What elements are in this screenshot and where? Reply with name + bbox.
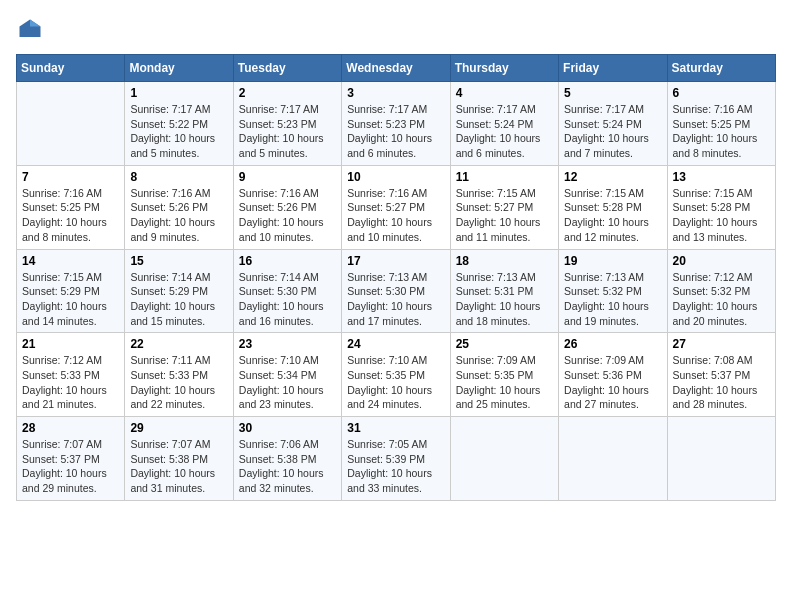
weekday-header-wednesday: Wednesday <box>342 55 450 82</box>
calendar-cell: 18Sunrise: 7:13 AMSunset: 5:31 PMDayligh… <box>450 249 558 333</box>
calendar-cell <box>667 417 775 501</box>
calendar-cell: 16Sunrise: 7:14 AMSunset: 5:30 PMDayligh… <box>233 249 341 333</box>
day-info: Sunrise: 7:15 AMSunset: 5:28 PMDaylight:… <box>564 186 661 245</box>
day-number: 27 <box>673 337 770 351</box>
weekday-header-friday: Friday <box>559 55 667 82</box>
day-number: 10 <box>347 170 444 184</box>
calendar-cell: 20Sunrise: 7:12 AMSunset: 5:32 PMDayligh… <box>667 249 775 333</box>
day-number: 21 <box>22 337 119 351</box>
day-number: 20 <box>673 254 770 268</box>
day-number: 25 <box>456 337 553 351</box>
day-number: 1 <box>130 86 227 100</box>
day-number: 8 <box>130 170 227 184</box>
logo-icon <box>16 16 44 44</box>
weekday-header-thursday: Thursday <box>450 55 558 82</box>
day-number: 24 <box>347 337 444 351</box>
day-number: 11 <box>456 170 553 184</box>
day-number: 29 <box>130 421 227 435</box>
day-number: 30 <box>239 421 336 435</box>
calendar-cell: 8Sunrise: 7:16 AMSunset: 5:26 PMDaylight… <box>125 165 233 249</box>
day-number: 4 <box>456 86 553 100</box>
day-number: 7 <box>22 170 119 184</box>
day-info: Sunrise: 7:17 AMSunset: 5:23 PMDaylight:… <box>347 102 444 161</box>
day-number: 18 <box>456 254 553 268</box>
weekday-header-tuesday: Tuesday <box>233 55 341 82</box>
calendar-cell: 24Sunrise: 7:10 AMSunset: 5:35 PMDayligh… <box>342 333 450 417</box>
day-info: Sunrise: 7:15 AMSunset: 5:27 PMDaylight:… <box>456 186 553 245</box>
day-info: Sunrise: 7:17 AMSunset: 5:24 PMDaylight:… <box>456 102 553 161</box>
day-info: Sunrise: 7:13 AMSunset: 5:32 PMDaylight:… <box>564 270 661 329</box>
calendar-cell: 9Sunrise: 7:16 AMSunset: 5:26 PMDaylight… <box>233 165 341 249</box>
calendar-cell: 1Sunrise: 7:17 AMSunset: 5:22 PMDaylight… <box>125 82 233 166</box>
day-number: 31 <box>347 421 444 435</box>
day-info: Sunrise: 7:15 AMSunset: 5:28 PMDaylight:… <box>673 186 770 245</box>
calendar-cell: 10Sunrise: 7:16 AMSunset: 5:27 PMDayligh… <box>342 165 450 249</box>
calendar-cell: 30Sunrise: 7:06 AMSunset: 5:38 PMDayligh… <box>233 417 341 501</box>
calendar-cell: 27Sunrise: 7:08 AMSunset: 5:37 PMDayligh… <box>667 333 775 417</box>
day-info: Sunrise: 7:13 AMSunset: 5:31 PMDaylight:… <box>456 270 553 329</box>
day-info: Sunrise: 7:17 AMSunset: 5:22 PMDaylight:… <box>130 102 227 161</box>
day-number: 5 <box>564 86 661 100</box>
day-number: 22 <box>130 337 227 351</box>
calendar-cell: 6Sunrise: 7:16 AMSunset: 5:25 PMDaylight… <box>667 82 775 166</box>
calendar-cell: 4Sunrise: 7:17 AMSunset: 5:24 PMDaylight… <box>450 82 558 166</box>
day-info: Sunrise: 7:10 AMSunset: 5:34 PMDaylight:… <box>239 353 336 412</box>
calendar-cell: 28Sunrise: 7:07 AMSunset: 5:37 PMDayligh… <box>17 417 125 501</box>
day-number: 6 <box>673 86 770 100</box>
day-info: Sunrise: 7:08 AMSunset: 5:37 PMDaylight:… <box>673 353 770 412</box>
day-info: Sunrise: 7:15 AMSunset: 5:29 PMDaylight:… <box>22 270 119 329</box>
day-info: Sunrise: 7:07 AMSunset: 5:38 PMDaylight:… <box>130 437 227 496</box>
calendar-cell: 3Sunrise: 7:17 AMSunset: 5:23 PMDaylight… <box>342 82 450 166</box>
calendar-cell: 23Sunrise: 7:10 AMSunset: 5:34 PMDayligh… <box>233 333 341 417</box>
calendar-cell: 17Sunrise: 7:13 AMSunset: 5:30 PMDayligh… <box>342 249 450 333</box>
day-number: 19 <box>564 254 661 268</box>
calendar-cell: 25Sunrise: 7:09 AMSunset: 5:35 PMDayligh… <box>450 333 558 417</box>
calendar-cell: 15Sunrise: 7:14 AMSunset: 5:29 PMDayligh… <box>125 249 233 333</box>
day-info: Sunrise: 7:05 AMSunset: 5:39 PMDaylight:… <box>347 437 444 496</box>
day-info: Sunrise: 7:14 AMSunset: 5:29 PMDaylight:… <box>130 270 227 329</box>
day-info: Sunrise: 7:11 AMSunset: 5:33 PMDaylight:… <box>130 353 227 412</box>
day-info: Sunrise: 7:09 AMSunset: 5:35 PMDaylight:… <box>456 353 553 412</box>
day-number: 17 <box>347 254 444 268</box>
day-number: 3 <box>347 86 444 100</box>
day-info: Sunrise: 7:16 AMSunset: 5:26 PMDaylight:… <box>239 186 336 245</box>
calendar-cell <box>17 82 125 166</box>
day-info: Sunrise: 7:10 AMSunset: 5:35 PMDaylight:… <box>347 353 444 412</box>
day-info: Sunrise: 7:12 AMSunset: 5:33 PMDaylight:… <box>22 353 119 412</box>
calendar-week-row: 28Sunrise: 7:07 AMSunset: 5:37 PMDayligh… <box>17 417 776 501</box>
calendar-cell: 11Sunrise: 7:15 AMSunset: 5:27 PMDayligh… <box>450 165 558 249</box>
day-number: 28 <box>22 421 119 435</box>
day-number: 26 <box>564 337 661 351</box>
calendar-cell: 14Sunrise: 7:15 AMSunset: 5:29 PMDayligh… <box>17 249 125 333</box>
day-number: 14 <box>22 254 119 268</box>
calendar-cell: 12Sunrise: 7:15 AMSunset: 5:28 PMDayligh… <box>559 165 667 249</box>
day-number: 12 <box>564 170 661 184</box>
calendar-cell: 13Sunrise: 7:15 AMSunset: 5:28 PMDayligh… <box>667 165 775 249</box>
day-info: Sunrise: 7:13 AMSunset: 5:30 PMDaylight:… <box>347 270 444 329</box>
calendar-week-row: 14Sunrise: 7:15 AMSunset: 5:29 PMDayligh… <box>17 249 776 333</box>
calendar-week-row: 21Sunrise: 7:12 AMSunset: 5:33 PMDayligh… <box>17 333 776 417</box>
day-info: Sunrise: 7:06 AMSunset: 5:38 PMDaylight:… <box>239 437 336 496</box>
day-info: Sunrise: 7:16 AMSunset: 5:27 PMDaylight:… <box>347 186 444 245</box>
day-info: Sunrise: 7:12 AMSunset: 5:32 PMDaylight:… <box>673 270 770 329</box>
calendar-cell: 29Sunrise: 7:07 AMSunset: 5:38 PMDayligh… <box>125 417 233 501</box>
weekday-header-sunday: Sunday <box>17 55 125 82</box>
calendar-table: SundayMondayTuesdayWednesdayThursdayFrid… <box>16 54 776 501</box>
day-number: 23 <box>239 337 336 351</box>
day-info: Sunrise: 7:17 AMSunset: 5:23 PMDaylight:… <box>239 102 336 161</box>
calendar-cell: 2Sunrise: 7:17 AMSunset: 5:23 PMDaylight… <box>233 82 341 166</box>
day-info: Sunrise: 7:17 AMSunset: 5:24 PMDaylight:… <box>564 102 661 161</box>
day-number: 15 <box>130 254 227 268</box>
calendar-cell: 19Sunrise: 7:13 AMSunset: 5:32 PMDayligh… <box>559 249 667 333</box>
calendar-cell: 5Sunrise: 7:17 AMSunset: 5:24 PMDaylight… <box>559 82 667 166</box>
weekday-header-saturday: Saturday <box>667 55 775 82</box>
day-info: Sunrise: 7:07 AMSunset: 5:37 PMDaylight:… <box>22 437 119 496</box>
calendar-cell <box>450 417 558 501</box>
calendar-cell: 7Sunrise: 7:16 AMSunset: 5:25 PMDaylight… <box>17 165 125 249</box>
day-number: 9 <box>239 170 336 184</box>
calendar-cell: 26Sunrise: 7:09 AMSunset: 5:36 PMDayligh… <box>559 333 667 417</box>
weekday-header-monday: Monday <box>125 55 233 82</box>
calendar-cell: 21Sunrise: 7:12 AMSunset: 5:33 PMDayligh… <box>17 333 125 417</box>
logo <box>16 16 48 44</box>
calendar-week-row: 1Sunrise: 7:17 AMSunset: 5:22 PMDaylight… <box>17 82 776 166</box>
